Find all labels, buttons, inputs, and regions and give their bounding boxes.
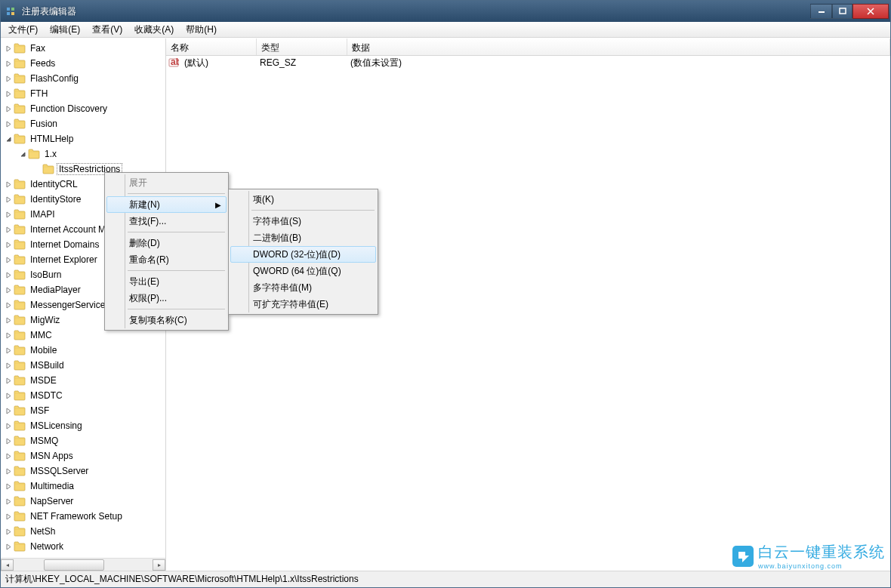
chevron-right-icon[interactable] (4, 106, 14, 112)
chevron-right-icon[interactable] (4, 528, 14, 535)
chevron-right-icon[interactable] (4, 91, 14, 97)
chevron-down-icon[interactable] (4, 136, 14, 143)
folder-icon (14, 405, 26, 416)
tree-node[interactable]: NapServer (1, 494, 165, 509)
chevron-right-icon[interactable] (4, 408, 14, 414)
chevron-right-icon[interactable] (4, 377, 14, 384)
menu-item[interactable]: 新建(N)▶ (106, 196, 227, 213)
menu-item[interactable]: 删除(D) (106, 235, 227, 251)
tree-node[interactable]: Function Discovery (1, 101, 165, 116)
tree-node[interactable]: Network (1, 539, 165, 554)
menu-item[interactable]: 导出(E) (106, 273, 227, 290)
tree-node[interactable]: Multimedia (1, 479, 165, 494)
folder-icon (14, 239, 26, 250)
chevron-right-icon[interactable] (4, 121, 14, 128)
tree-node[interactable]: 1.x (1, 146, 165, 162)
chevron-right-icon[interactable] (4, 181, 14, 188)
menu-item[interactable]: 可扩充字符串值(E) (230, 296, 376, 312)
chevron-right-icon[interactable] (4, 438, 14, 445)
tree-node-label: NetSh (28, 525, 57, 537)
chevron-right-icon[interactable] (4, 242, 14, 248)
tree-node[interactable]: MSF (1, 403, 165, 418)
chevron-right-icon[interactable] (4, 543, 14, 550)
chevron-right-icon[interactable] (4, 332, 14, 339)
chevron-right-icon[interactable] (4, 287, 14, 294)
chevron-right-icon[interactable] (4, 347, 14, 354)
menu-item[interactable]: 复制项名称(C) (106, 312, 227, 328)
chevron-right-icon[interactable] (4, 513, 14, 520)
menu-item[interactable]: 查找(F)... (106, 213, 227, 229)
scroll-thumb[interactable] (44, 559, 104, 571)
minimize-button[interactable] (810, 4, 832, 19)
chevron-right-icon[interactable] (4, 272, 14, 279)
chevron-right-icon[interactable] (4, 498, 14, 505)
titlebar[interactable]: 注册表编辑器 (1, 1, 890, 22)
col-name[interactable]: 名称 (166, 38, 257, 55)
col-type[interactable]: 类型 (257, 38, 347, 55)
value-name: (默认) (181, 57, 257, 69)
submenu-new[interactable]: 项(K)字符串值(S)二进制值(B)DWORD (32-位)值(D)QWORD … (228, 189, 378, 315)
tree-node[interactable]: FTH (1, 86, 165, 101)
tree-node[interactable]: Feeds (1, 56, 165, 71)
chevron-right-icon[interactable] (4, 423, 14, 429)
chevron-down-icon[interactable] (18, 151, 28, 158)
menu-item[interactable]: 权限(P)... (106, 290, 227, 306)
chevron-right-icon[interactable] (4, 226, 14, 233)
tree-node[interactable]: NET Framework Setup (1, 509, 165, 524)
chevron-right-icon[interactable] (4, 302, 14, 309)
menu-file[interactable]: 文件(F) (2, 22, 44, 37)
chevron-right-icon[interactable] (4, 75, 14, 82)
chevron-right-icon[interactable] (4, 211, 14, 218)
context-menu[interactable]: 展开新建(N)▶查找(F)...删除(D)重命名(R)导出(E)权限(P)...… (104, 172, 229, 331)
menu-item[interactable]: 二进制值(B) (230, 229, 376, 246)
tree-node[interactable]: MSDE (1, 373, 165, 388)
list-header[interactable]: 名称 类型 数据 (166, 38, 890, 56)
chevron-right-icon[interactable] (4, 468, 14, 475)
menu-item-label: 新建(N) (129, 199, 160, 211)
chevron-right-icon[interactable] (4, 257, 14, 263)
tree-node[interactable]: Fusion (1, 116, 165, 131)
maximize-button[interactable] (832, 4, 852, 19)
tree-node[interactable]: HTMLHelp (1, 131, 165, 146)
tree-node[interactable]: MSDTC (1, 388, 165, 403)
chevron-right-icon[interactable] (4, 483, 14, 490)
tree-node-label: MSLicensing (28, 420, 85, 432)
chevron-right-icon[interactable] (4, 317, 14, 324)
tree-node[interactable]: MSMQ (1, 433, 165, 448)
scroll-right-button[interactable]: ▸ (153, 559, 165, 571)
col-data[interactable]: 数据 (347, 38, 890, 55)
tree-node[interactable]: MSN Apps (1, 448, 165, 463)
menu-item[interactable]: DWORD (32-位)值(D) (230, 246, 376, 263)
list-row[interactable]: ab (默认) REG_SZ (数值未设置) (166, 56, 890, 69)
menu-item[interactable]: 多字符串值(M) (230, 279, 376, 296)
tree-node[interactable]: MSBuild (1, 358, 165, 373)
tree-hscrollbar[interactable]: ◂ ▸ (1, 558, 165, 571)
chevron-right-icon[interactable] (4, 362, 14, 369)
menu-help[interactable]: 帮助(H) (180, 22, 223, 37)
tree-node[interactable]: Mobile (1, 343, 165, 358)
folder-icon (14, 194, 26, 205)
menu-item[interactable]: 字符串值(S) (230, 213, 376, 229)
menu-item[interactable]: 重命名(R) (106, 251, 227, 268)
chevron-right-icon[interactable] (4, 45, 14, 52)
scroll-left-button[interactable]: ◂ (1, 559, 14, 571)
tree-node[interactable]: FlashConfig (1, 71, 165, 86)
menu-edit[interactable]: 编辑(E) (44, 22, 86, 37)
tree-node[interactable]: MSSQLServer (1, 463, 165, 479)
tree-node[interactable]: Fax (1, 41, 165, 56)
close-button[interactable] (852, 4, 889, 19)
chevron-right-icon[interactable] (4, 60, 14, 67)
menu-favorites[interactable]: 收藏夹(A) (128, 22, 180, 37)
folder-icon (14, 315, 26, 325)
tree-node[interactable]: NetSh (1, 524, 165, 539)
menu-view[interactable]: 查看(V) (86, 22, 128, 37)
chevron-right-icon[interactable] (4, 196, 14, 203)
chevron-right-icon[interactable] (4, 453, 14, 460)
tree-node[interactable]: MSLicensing (1, 418, 165, 433)
folder-icon (14, 73, 26, 84)
menu-item[interactable]: QWORD (64 位)值(Q) (230, 263, 376, 279)
menu-item-label: 删除(D) (129, 237, 160, 250)
chevron-right-icon[interactable] (4, 393, 14, 399)
menu-item[interactable]: 项(K) (230, 191, 376, 208)
tree-node-label: Mobile (28, 344, 59, 356)
